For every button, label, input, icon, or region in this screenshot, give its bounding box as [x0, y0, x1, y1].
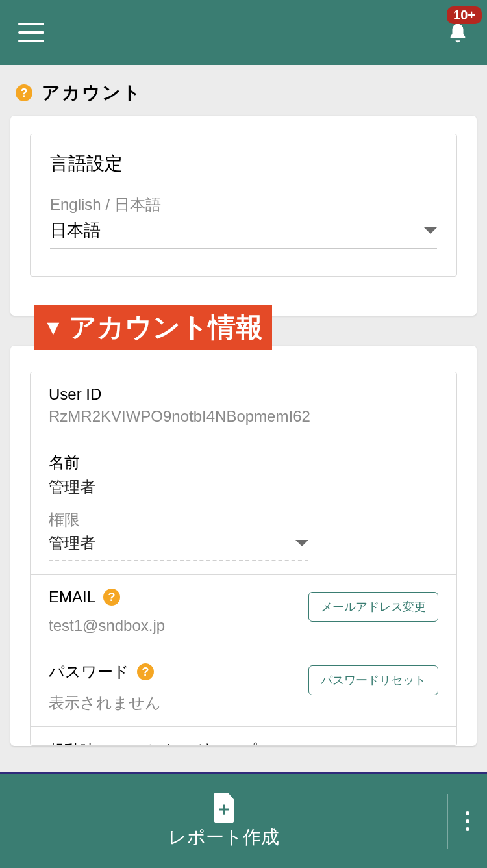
- change-email-button[interactable]: メールアドレス変更: [308, 592, 438, 622]
- user-id-row: User ID RzMR2KVIWPO9notbI4NBopmemI62: [31, 372, 456, 439]
- chevron-down-icon: [295, 540, 308, 546]
- password-label: パスワード: [49, 661, 129, 682]
- account-info-banner-text: アカウント情報: [69, 309, 263, 346]
- notifications-button[interactable]: 10+: [447, 18, 469, 47]
- email-label: EMAIL: [49, 588, 95, 606]
- startup-group-label: 起動時にセットするグループ: [49, 740, 438, 745]
- name-permission-row: 名前 管理者 権限 管理者: [31, 439, 456, 575]
- triangle-down-icon: ▼: [43, 316, 64, 340]
- language-select-value: 日本語: [50, 219, 101, 242]
- language-title: 言語設定: [50, 151, 437, 176]
- language-select[interactable]: 日本語: [50, 219, 437, 249]
- account-info-banner: ▼ アカウント情報: [34, 305, 272, 350]
- overflow-menu-button[interactable]: [448, 811, 487, 831]
- chevron-down-icon: [424, 227, 437, 234]
- account-table: User ID RzMR2KVIWPO9notbI4NBopmemI62 名前 …: [30, 372, 457, 746]
- section-title: アカウント: [42, 81, 142, 105]
- name-label: 名前: [49, 452, 438, 473]
- more-vertical-icon: [466, 811, 469, 831]
- content-area: ? アカウント 言語設定 English / 日本語 日本語 ▼ アカウント情報…: [0, 65, 487, 772]
- password-value: 表示されません: [49, 693, 308, 713]
- permission-label: 権限: [49, 509, 438, 530]
- reset-password-button[interactable]: パスワードリセット: [308, 665, 438, 695]
- name-value: 管理者: [49, 477, 438, 498]
- notification-badge: 10+: [447, 6, 482, 24]
- help-icon[interactable]: ?: [103, 589, 120, 606]
- user-id-label: User ID: [49, 385, 438, 403]
- help-icon[interactable]: ?: [16, 84, 32, 101]
- bottom-bar: レポート作成: [0, 772, 487, 868]
- permission-value: 管理者: [49, 533, 95, 554]
- language-sub-label: English / 日本語: [50, 194, 437, 215]
- bell-icon: [447, 22, 469, 44]
- menu-icon[interactable]: [18, 23, 44, 42]
- app-bar: 10+: [0, 0, 487, 65]
- startup-group-row: 起動時にセットするグループ: [31, 727, 456, 745]
- create-report-label: レポート作成: [168, 825, 279, 850]
- permission-underline: [49, 560, 308, 561]
- permission-select[interactable]: 管理者: [49, 533, 308, 554]
- language-card: 言語設定 English / 日本語 日本語: [10, 116, 477, 316]
- user-id-value: RzMR2KVIWPO9notbI4NBopmemI62: [49, 407, 438, 426]
- email-row: EMAIL ? test1@sndbox.jp メールアドレス変更: [31, 575, 456, 648]
- section-header: ? アカウント: [0, 65, 487, 116]
- create-report-button[interactable]: レポート作成: [0, 793, 447, 850]
- language-card-inner: 言語設定 English / 日本語 日本語: [30, 134, 457, 277]
- account-card: User ID RzMR2KVIWPO9notbI4NBopmemI62 名前 …: [10, 346, 477, 746]
- file-plus-icon: [212, 793, 236, 823]
- password-row: パスワード ? 表示されません パスワードリセット: [31, 648, 456, 727]
- email-value: test1@sndbox.jp: [49, 617, 308, 635]
- help-icon[interactable]: ?: [137, 663, 154, 680]
